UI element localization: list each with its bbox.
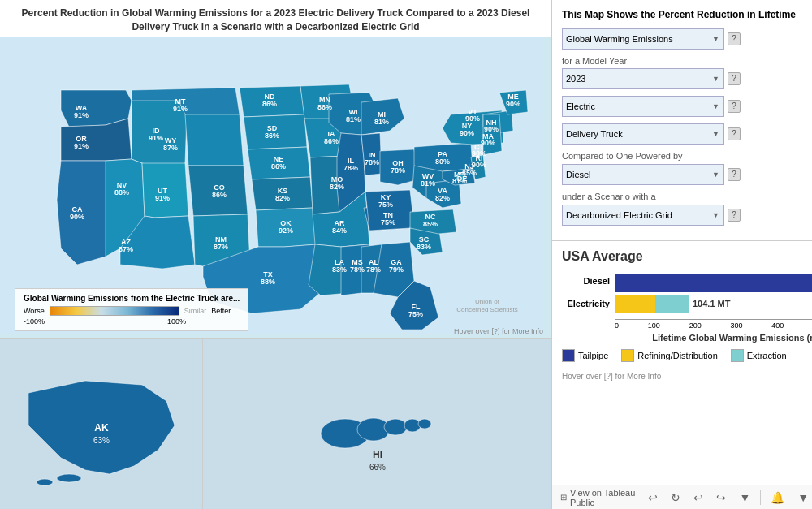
extraction-label: Extraction [747,351,787,360]
legend-similar-label: Similar [184,307,207,315]
svg-text:81%: 81% [374,118,389,126]
svg-text:81%: 81% [346,115,361,123]
svg-text:91%: 91% [149,134,163,142]
refining-color [621,349,634,362]
svg-marker-9 [185,114,244,166]
svg-text:92%: 92% [279,226,293,235]
electricity-bar-row: Electricity 104.1 MT [562,295,812,313]
electricity-bar [615,295,689,313]
svg-text:78%: 78% [350,265,365,274]
forward-dropdown[interactable]: ▼ [736,490,754,506]
legend-min: -100% [24,317,45,326]
legend-title: Global Warming Emissions from the Electr… [24,294,240,303]
diesel-bar-row: Diesel 642.6 MT [562,272,812,290]
redo-icon[interactable]: ↻ [667,490,684,506]
controls-title: This Map Shows the Percent Reduction in … [562,8,812,22]
svg-point-145 [57,474,81,482]
svg-text:86%: 86% [212,191,227,199]
svg-text:90%: 90% [460,129,474,137]
compared-select[interactable]: Diesel [562,164,724,185]
model-year-help[interactable]: ? [728,72,741,85]
svg-text:86%: 86% [317,103,332,111]
extraction-segment [655,295,689,313]
svg-text:75%: 75% [381,218,395,226]
extraction-legend: Extraction [731,349,787,362]
alaska-panel: AK 63% [0,339,203,509]
diesel-bar-container: 642.6 MT [615,272,812,290]
svg-text:66%: 66% [369,463,385,472]
axis-labels: 0 100 200 300 400 500 600 [615,321,812,330]
svg-text:78%: 78% [343,164,358,172]
svg-text:78%: 78% [391,166,405,175]
electricity-value: 104.1 MT [693,299,730,308]
compared-help[interactable]: ? [728,168,741,181]
metric-help[interactable]: ? [728,32,741,45]
legend-worse-label: Worse [24,307,45,315]
hover-map-info: Hover over [?] for More Info [454,325,543,336]
legend-better-label: Better [211,307,231,315]
svg-text:91%: 91% [173,105,188,113]
vehicle-class-help[interactable]: ? [728,127,741,140]
diesel-bar [615,274,812,292]
svg-text:86%: 86% [265,132,279,140]
model-year-label: for a Model Year [562,56,812,66]
svg-point-146 [37,479,53,485]
controls-section: This Map Shows the Percent Reduction in … [552,0,812,241]
svg-text:90%: 90% [506,100,520,108]
electricity-bar-container: 104.1 MT [615,295,812,313]
tailpipe-color [562,349,575,362]
compared-label: Compared to One Powered by [562,151,812,161]
svg-text:75%: 75% [378,201,393,209]
svg-text:82%: 82% [435,194,450,202]
svg-text:80%: 80% [435,157,450,166]
toolbar: ⊞ View on Tableau Public ↩ ↻ ↩ ↪ ▼ 🔔 ▼ ⛶… [552,485,812,509]
bar-chart: Diesel 642.6 MT Electricity [562,272,812,313]
model-year-select[interactable]: 2023 2022 [562,68,724,89]
svg-text:91%: 91% [74,111,89,119]
svg-text:85%: 85% [423,220,438,228]
svg-text:83%: 83% [417,243,431,251]
svg-text:75%: 75% [408,310,423,318]
svg-text:90%: 90% [484,125,499,133]
svg-text:86%: 86% [271,162,286,170]
svg-text:Union of: Union of [475,298,500,305]
chart-title: USA Average [562,249,812,264]
svg-text:88%: 88% [114,188,129,196]
svg-point-153 [404,419,421,432]
subscribe-icon[interactable]: 🔔 [767,490,788,506]
svg-text:79%: 79% [389,265,404,274]
svg-text:91%: 91% [74,142,89,150]
vehicle-class-select[interactable]: Delivery Truck Sedan [562,123,724,145]
subscribe-dropdown[interactable]: ▼ [794,490,812,506]
svg-text:83%: 83% [332,265,347,274]
vehicle-type-help[interactable]: ? [728,100,741,113]
svg-point-152 [384,419,407,435]
tailpipe-legend: Tailpipe [562,349,608,362]
scenario-select[interactable]: Decarbonized Electric Grid [562,205,724,226]
back-icon[interactable]: ↩ [690,490,706,506]
svg-text:90%: 90% [481,139,495,147]
undo-icon[interactable]: ↩ [645,490,661,506]
tableau-link[interactable]: ⊞ View on Tableau Public [560,488,645,507]
chart-legend: Tailpipe Refining/Distribution Extractio… [562,349,812,362]
svg-text:86%: 86% [262,100,277,108]
svg-text:81%: 81% [421,179,435,188]
svg-text:Concerned Scientists: Concerned Scientists [456,306,518,313]
vehicle-type-select[interactable]: Electric Plug-in Hybrid [562,96,724,117]
svg-text:87%: 87% [119,245,133,253]
scenario-help[interactable]: ? [728,209,741,222]
diesel-label: Diesel [562,276,615,286]
svg-text:78%: 78% [366,265,381,274]
chart-axis-line [615,319,812,320]
svg-text:AK: AK [94,422,109,434]
refining-segment [615,295,655,313]
svg-text:87%: 87% [163,144,178,152]
map-title: Percent Reduction in Global Warming Emis… [0,0,551,37]
svg-text:90%: 90% [465,114,480,123]
svg-text:88%: 88% [261,278,275,286]
x-axis-title: Lifetime Global Warming Emissions (metri… [615,333,812,343]
svg-text:DE: DE [457,175,468,183]
forward-icon[interactable]: ↪ [713,490,729,506]
metric-select[interactable]: Global Warming Emissions [562,28,724,50]
svg-text:86%: 86% [324,137,339,145]
